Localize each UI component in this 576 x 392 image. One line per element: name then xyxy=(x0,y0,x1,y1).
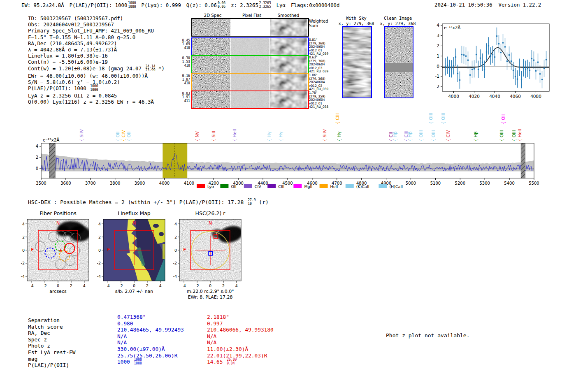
spec2d-row-0 xyxy=(191,18,309,37)
svg-text:e⁻¹⁷x2Å: e⁻¹⁷x2Å xyxy=(43,137,60,142)
match-col1-value-3: N/A xyxy=(117,333,207,340)
line-label-OIII-19: { OIII xyxy=(441,113,446,124)
legend-item-HeII: HeII xyxy=(320,184,338,189)
info-line-6: LineFlux = 1.80(±0.38)e-16 xyxy=(28,53,165,59)
header-seg-3: Q(z): 0.060.060.06 xyxy=(186,2,225,8)
info-line-7: Cont(n) = -5.50(±6.00)e-19 xyxy=(28,59,165,65)
lineflux-map-panel: Lineflux MapNE-4-4-2-2002244s/b: 2.07 +/… xyxy=(92,208,174,296)
svg-text:N: N xyxy=(56,220,60,226)
line-label-SiIV-0: { SiIV xyxy=(79,129,84,141)
svg-text:2: 2 xyxy=(36,155,38,160)
svg-text:3: 3 xyxy=(437,33,439,38)
svg-text:-2: -2 xyxy=(43,283,46,288)
fiber-positions-panel: Fiber PositionsNE-4-4-2-2002244arcsecs xyxy=(16,208,98,296)
spec2d-cell-2dspec xyxy=(192,56,230,73)
svg-text:N: N xyxy=(132,220,136,226)
match-col2-value-3: N/A xyxy=(207,333,302,340)
stacked-fraction: 10001000 xyxy=(128,2,136,9)
svg-text:(K)CaII: (K)CaII xyxy=(356,184,369,189)
svg-text:5200: 5200 xyxy=(455,181,465,186)
svg-text:-4: -4 xyxy=(21,274,25,278)
match-row-label-1: Match score xyxy=(28,324,117,330)
svg-text:2: 2 xyxy=(437,43,439,48)
line-label-SiII-5: { SiII xyxy=(211,131,216,141)
info-line-8: Cont(w) = 1.20(±0.08)e-18 (gmag 24.07 24… xyxy=(28,65,165,73)
info-line-1: Obs: 20240604v012_5003239567 xyxy=(28,21,165,28)
svg-text:5000: 5000 xyxy=(406,181,416,186)
spec2d-row-4-leftlabels: 0.031.91411 xyxy=(181,92,190,103)
svg-text:EWr: 8, PLAE: 17.28: EWr: 8, PLAE: 17.28 xyxy=(188,295,232,300)
spec2d-cell-smoothed xyxy=(270,56,307,73)
spec2d-cell-2dspec xyxy=(192,74,230,90)
spec2d-row-4-rightlabels: 1.78"(279, 359)20240604v012_01421_RU_038 xyxy=(309,91,328,109)
header-seg-0: EW: 95.2±24.8Å xyxy=(21,2,64,8)
svg-text:0: 0 xyxy=(36,166,38,171)
info-line-13: Q(0.00) Lyα(1216) z = 2.3256 EW r = 46.3… xyxy=(28,99,165,105)
svg-text:2: 2 xyxy=(146,283,149,288)
line-label-Hγ-8: { Hγ xyxy=(278,132,283,141)
svg-text:4020: 4020 xyxy=(469,94,480,99)
spec2d-row-3-rightlabels: 1.06"(279, 368)20240604v012_02421_RU_039 xyxy=(309,74,328,91)
line-label-SiIV-9: { SiIV xyxy=(322,129,327,141)
svg-text:4060: 4060 xyxy=(510,94,521,99)
spec2d-cell-smoothed xyxy=(270,19,307,36)
spec2d-cell-2dspec xyxy=(192,38,230,55)
svg-text:1: 1 xyxy=(437,53,439,58)
spec2d-cell-pixelflat xyxy=(230,38,270,55)
svg-text:4100: 4100 xyxy=(184,181,194,186)
stacked-fraction: 26.099.04 xyxy=(227,358,237,366)
spec2d-row-2-leftlabels: 0.301.53410 xyxy=(181,56,190,68)
svg-text:-4: -4 xyxy=(173,274,177,278)
spec2d-cell-smoothed xyxy=(270,74,307,90)
svg-text:3600: 3600 xyxy=(60,181,71,186)
info-line-5: λ = 4042.88Å σ = 7.13(±1.73)Å xyxy=(28,46,165,53)
catalog-match-table: SeparationMatch scoreRA, DecSpec zPhoto … xyxy=(28,314,302,369)
spec2d-row-2 xyxy=(191,55,309,74)
spec2d-row-3-leftlabels: 0.161.87410 xyxy=(181,74,190,86)
match-col1-value-4: N/A xyxy=(117,339,207,346)
line-label-OII-3: { OII xyxy=(126,132,131,141)
svg-text:3500: 3500 xyxy=(36,181,46,186)
svg-text:0: 0 xyxy=(98,248,101,253)
svg-text:e⁻¹⁷x2Å: e⁻¹⁷x2Å xyxy=(444,25,461,30)
line-label-HeII-6: { HeII xyxy=(232,129,237,141)
info-line-12: LyA z = 2.3256 OII z = 0.0845 xyxy=(28,93,165,99)
legend-item-MgII: MgII xyxy=(293,184,312,189)
report-datetime: 2024-10-21 10:50:36 xyxy=(434,2,492,8)
svg-text:E: E xyxy=(31,247,34,253)
svg-text:CIII: CIII xyxy=(278,184,284,189)
svg-text:4040: 4040 xyxy=(489,94,500,99)
full-spectrum-plot: 3500360037003800390040004100420043004400… xyxy=(33,108,551,191)
line-label-Hβ-15: { Hβ xyxy=(407,131,412,141)
hsc-dex-matches-line: HSC-DEX : Possible Matches = 2 (within +… xyxy=(28,199,274,206)
svg-text:-2: -2 xyxy=(195,283,199,288)
svg-text:2: 2 xyxy=(98,235,101,239)
match-row-label-0: Separation xyxy=(28,317,117,324)
svg-text:-4: -4 xyxy=(30,283,33,288)
svg-text:-4: -4 xyxy=(182,283,186,288)
svg-text:3900: 3900 xyxy=(135,181,145,186)
spec2d-col-header-0: 2D Spec xyxy=(196,13,229,18)
svg-text:0: 0 xyxy=(437,64,439,69)
clean-image xyxy=(384,26,413,98)
svg-text:-2: -2 xyxy=(435,84,439,89)
svg-text:0: 0 xyxy=(22,248,25,253)
match-col1-value-1: 0.980 xyxy=(117,320,207,327)
svg-text:3800: 3800 xyxy=(110,181,120,186)
spec2d-cell-2dspec xyxy=(192,19,230,36)
svg-text:HeII: HeII xyxy=(330,184,338,189)
svg-text:0: 0 xyxy=(133,283,135,288)
svg-text:N: N xyxy=(209,220,212,226)
svg-text:0: 0 xyxy=(209,283,211,288)
svg-text:E: E xyxy=(183,247,186,253)
timestamp-version: 2024-10-21 10:50:36 Version 1.22.2 xyxy=(434,2,541,8)
match-col1-value-0: 0.471368" xyxy=(117,314,207,320)
line-label-CIV-2: { CIV xyxy=(121,130,126,141)
svg-text:4: 4 xyxy=(174,222,177,226)
svg-text:-2: -2 xyxy=(173,261,177,265)
match-col1-value-2: 210.486465, 49.992493 xyxy=(117,327,207,333)
match-col2-value-2: 210.486066, 49.993180 xyxy=(207,327,302,333)
match-col2-value-5: 11.00(±2.30)Å xyxy=(207,346,302,353)
match-row-label-5: Est LyA rest-EW xyxy=(28,349,117,356)
hsc-cutout-panel: HSC(26.2) rNE-4-4-2-2002244m:22.0 rc:2.9… xyxy=(168,208,254,302)
